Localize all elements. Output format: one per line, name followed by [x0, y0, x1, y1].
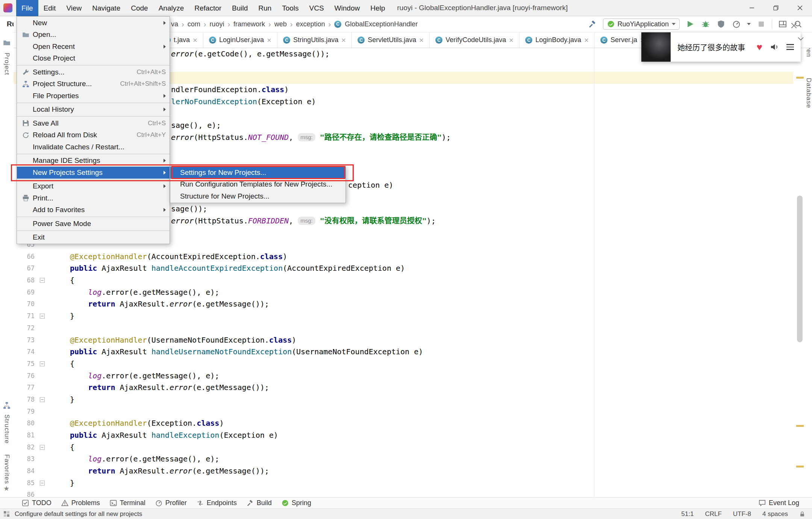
event-log-button[interactable]: Event Log: [759, 499, 799, 507]
tab-close-icon[interactable]: [419, 38, 424, 42]
breadcrumb-segment-ruoyi[interactable]: ruoyi: [209, 20, 224, 28]
menubar-item-window[interactable]: Window: [329, 0, 365, 16]
menu-item-structure-for-new-projects[interactable]: Structure for New Projects...: [170, 190, 345, 202]
fold-marker-icon[interactable]: −: [40, 314, 45, 319]
menubar-item-refactor[interactable]: Refactor: [189, 0, 227, 16]
menu-item-settings-for-new-projects[interactable]: Settings for New Projects...: [170, 167, 345, 179]
like-heart-icon[interactable]: ♥: [757, 42, 762, 52]
menu-item-local-history[interactable]: Local History: [17, 104, 170, 116]
profiler-button[interactable]: [732, 19, 741, 29]
breadcrumb-segment-exception[interactable]: exception: [296, 20, 325, 28]
tab-close-icon[interactable]: [509, 38, 514, 42]
menu-item-reload-all-from-disk[interactable]: Reload All from DiskCtrl+Alt+Y: [17, 129, 170, 141]
caret-position-widget[interactable]: 51:1: [681, 510, 694, 518]
tool-stripe-structure[interactable]: Structure: [3, 414, 11, 444]
breadcrumb-segment-com[interactable]: com: [188, 20, 200, 28]
menu-item-print[interactable]: Print...: [17, 192, 170, 204]
tool-window-button-terminal[interactable]: Terminal: [110, 499, 145, 507]
fold-marker-icon[interactable]: −: [40, 445, 45, 450]
menubar-item-code[interactable]: Code: [126, 0, 153, 16]
hidden-tabs-chevron-icon[interactable]: [798, 35, 804, 42]
menu-item-manage-ide-settings[interactable]: Manage IDE Settings: [17, 155, 170, 167]
music-player-widget[interactable]: 她经历了很多的故事 ♥: [641, 32, 801, 62]
scrollbar-mark[interactable]: [796, 425, 804, 427]
breadcrumb-segment-web[interactable]: web: [274, 20, 287, 28]
menu-item-power-save-mode[interactable]: Power Save Mode: [17, 218, 170, 230]
menu-item-new[interactable]: New: [17, 17, 170, 29]
tool-window-button-profiler[interactable]: Profiler: [155, 499, 187, 507]
fold-marker-icon[interactable]: −: [40, 278, 45, 283]
editor-scrollbar[interactable]: [797, 196, 803, 342]
tab-close-icon[interactable]: [193, 38, 197, 42]
coverage-button[interactable]: [716, 19, 726, 29]
menu-item-close-project[interactable]: Close Project: [17, 53, 170, 65]
scrollbar-mark[interactable]: [796, 77, 804, 79]
close-button[interactable]: [788, 0, 812, 16]
menubar-item-vcs[interactable]: VCS: [304, 0, 329, 16]
tool-stripe-database[interactable]: Database: [805, 78, 812, 108]
tab-close-icon[interactable]: [341, 38, 346, 42]
project-tool-icon[interactable]: [3, 39, 11, 47]
menu-item-open-recent[interactable]: Open Recent: [17, 41, 170, 53]
menu-item-invalidate-caches-restart[interactable]: Invalidate Caches / Restart...: [17, 141, 170, 153]
menubar-item-tools[interactable]: Tools: [277, 0, 304, 16]
editor-tab-stringutils-java[interactable]: CStringUtils.java: [277, 32, 352, 48]
stop-button[interactable]: [756, 19, 766, 29]
menu-item-settings[interactable]: Settings...Ctrl+Alt+S: [17, 66, 170, 78]
breadcrumb-segment-globalexceptionhandler[interactable]: GlobalExceptionHandler: [345, 20, 418, 28]
menu-item-file-properties[interactable]: File Properties: [17, 90, 170, 102]
menubar-item-analyze[interactable]: Analyze: [153, 0, 189, 16]
breadcrumb-segment-framework[interactable]: framework: [233, 20, 265, 28]
restore-button[interactable]: [764, 0, 788, 16]
menubar-item-build[interactable]: Build: [227, 0, 253, 16]
breadcrumb-segment-va[interactable]: va: [171, 20, 178, 28]
menu-item-export[interactable]: Export: [17, 181, 170, 193]
favorites-star-icon[interactable]: ★: [3, 484, 9, 493]
editor-tab-servletutils-java[interactable]: CServletUtils.java: [352, 32, 430, 48]
editor-tab-verifycodeutils-java[interactable]: CVerifyCodeUtils.java: [430, 32, 520, 48]
volume-icon[interactable]: [770, 42, 779, 52]
tool-window-switcher-icon[interactable]: [3, 511, 10, 517]
tab-close-icon[interactable]: [584, 38, 589, 42]
fold-marker-icon[interactable]: −: [40, 481, 45, 486]
tool-window-button-endpoints[interactable]: Endpoints: [197, 499, 237, 507]
line-ending-widget[interactable]: CRLF: [705, 510, 721, 518]
menu-item-save-all[interactable]: Save AllCtrl+S: [17, 117, 170, 129]
menubar-item-file[interactable]: File: [16, 0, 38, 16]
minimize-button[interactable]: [740, 0, 764, 16]
readonly-lock-icon[interactable]: [799, 511, 805, 517]
menubar-item-view[interactable]: View: [61, 0, 87, 16]
tool-window-button-todo[interactable]: TODO: [22, 499, 52, 507]
tool-stripe-project[interactable]: Project: [3, 53, 11, 75]
menu-item-run-configuration-templates-for-new-projects[interactable]: Run Configuration Templates for New Proj…: [170, 179, 345, 191]
profiler-dropdown-icon[interactable]: [747, 23, 751, 25]
run-configuration-select[interactable]: RuoYiApplication: [603, 18, 680, 30]
tool-window-button-spring[interactable]: Spring: [282, 499, 311, 507]
menu-item-project-structure[interactable]: Project Structure...Ctrl+Alt+Shift+S: [17, 78, 170, 90]
menubar-item-run[interactable]: Run: [253, 0, 277, 16]
fold-marker-icon[interactable]: −: [40, 397, 45, 402]
tab-close-icon[interactable]: [267, 38, 271, 42]
encoding-widget[interactable]: UTF-8: [733, 510, 751, 518]
menubar-item-navigate[interactable]: Navigate: [87, 0, 126, 16]
menubar-item-help[interactable]: Help: [365, 0, 390, 16]
editor-tab-loginbody-java[interactable]: CLoginBody.java: [520, 32, 595, 48]
menubar-item-edit[interactable]: Edit: [38, 0, 61, 16]
tool-window-button-problems[interactable]: Problems: [61, 499, 100, 507]
editor-tab-loginuser-java[interactable]: CLoginUser.java: [203, 32, 277, 48]
debug-button[interactable]: [701, 19, 710, 29]
layout-icon[interactable]: [778, 19, 788, 29]
menu-item-add-to-favorites[interactable]: Add to Favorites: [17, 204, 170, 216]
tool-stripe-favorites[interactable]: Favorites: [3, 454, 11, 484]
run-button[interactable]: [685, 19, 695, 29]
menu-item-open[interactable]: Open...: [17, 29, 170, 41]
indent-widget[interactable]: 4 spaces: [762, 510, 788, 518]
menu-item-exit[interactable]: Exit: [17, 232, 170, 244]
build-hammer-icon[interactable]: [588, 19, 597, 29]
fold-marker-icon[interactable]: −: [40, 361, 45, 366]
tool-window-button-build[interactable]: Build: [247, 499, 272, 507]
menu-item-new-projects-settings[interactable]: New Projects Settings: [17, 167, 170, 179]
playlist-icon[interactable]: [786, 44, 794, 50]
structure-tool-icon[interactable]: [3, 402, 11, 409]
scrollbar-mark[interactable]: [796, 466, 804, 467]
